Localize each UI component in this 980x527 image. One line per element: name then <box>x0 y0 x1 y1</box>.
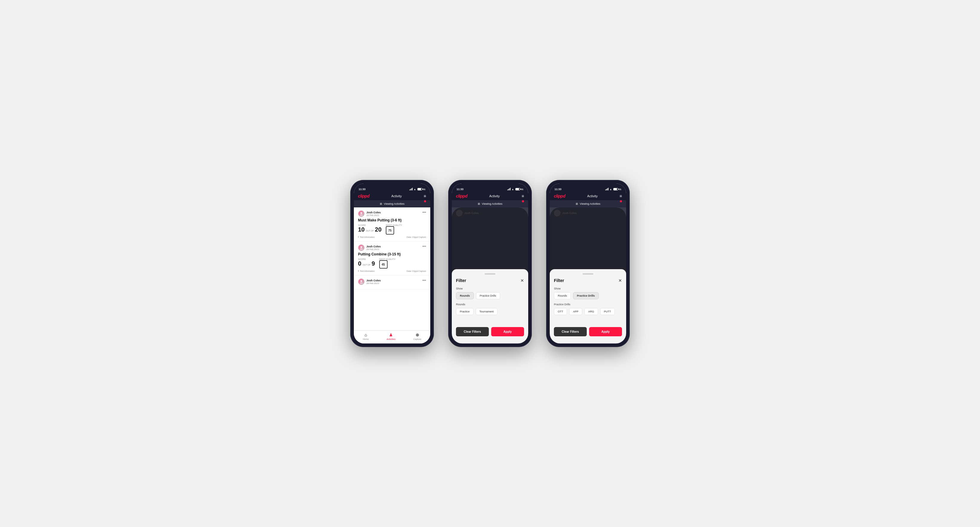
filter-icon-1: ⊞ <box>380 202 382 205</box>
filter-header-3: Filter ✕ <box>554 278 622 283</box>
tournament-btn-2[interactable]: Tournament <box>476 308 498 315</box>
card-header-2: Josh Coles 28 Feb 2023 ••• <box>358 244 426 251</box>
practice-drills-buttons-3: OTT APP ARG PUTT <box>554 308 622 315</box>
viewing-label-1: Viewing Activities <box>384 202 405 205</box>
arg-btn-3[interactable]: ARG <box>584 308 598 315</box>
battery-level-3: 31 <box>619 188 621 190</box>
logo-1: clippd <box>358 194 369 198</box>
signal-bar-2 <box>410 189 411 190</box>
show-label-3: Show <box>554 287 622 290</box>
phone-1: 11:33 ▲ 31 clippd <box>350 180 434 347</box>
sb-1 <box>508 189 508 190</box>
more-dots-2[interactable]: ••• <box>422 244 426 249</box>
logo-3: clippd <box>554 194 565 198</box>
activity-card-2: Josh Coles 28 Feb 2023 ••• Putting Combi… <box>354 241 430 275</box>
practice-round-btn-2[interactable]: Practice <box>456 308 474 315</box>
svg-point-5 <box>360 282 363 284</box>
menu-icon-2[interactable]: ≡ <box>522 194 524 198</box>
apply-btn-2[interactable]: Apply <box>491 327 524 336</box>
more-dots-3[interactable]: ••• <box>422 278 426 283</box>
viewing-bar-3[interactable]: ⊞ Viewing Activities <box>550 200 626 207</box>
shot-quality-group-2: Shot Quality 45 <box>379 258 396 268</box>
user-name-2: Josh Coles <box>366 245 381 248</box>
user-date-3: 28 Feb 2023 <box>366 282 381 285</box>
status-icons-1: ▲ 31 <box>409 188 425 191</box>
practice-drills-section-3: Practice Drills OTT APP ARG PUTT <box>554 303 622 315</box>
user-info-1: Josh Coles 28 Feb 2023 <box>358 210 381 217</box>
menu-icon-1[interactable]: ≡ <box>424 194 426 198</box>
battery-fill-3 <box>614 188 617 190</box>
avatar-3 <box>358 278 364 285</box>
time-2: 11:33 <box>457 188 463 191</box>
viewing-bar-2[interactable]: ⊞ Viewing Activities <box>452 200 528 207</box>
viewing-label-3: Viewing Activities <box>580 202 600 205</box>
ott-btn-3[interactable]: OTT <box>554 308 567 315</box>
show-section-3: Show Rounds Practice Drills <box>554 287 622 299</box>
footer-info-2: ℹ Test Information <box>358 270 375 272</box>
header-title-2: Activity <box>489 194 500 198</box>
viewing-label-2: Viewing Activities <box>482 202 503 205</box>
apply-btn-3[interactable]: Apply <box>589 327 622 336</box>
capture-label-1: Capture <box>413 338 421 340</box>
signal-bar-4 <box>412 188 413 190</box>
activity-title-1: Must Make Putting (3-6 ft) <box>358 218 426 222</box>
clear-filters-btn-3[interactable]: Clear Filters <box>554 327 587 336</box>
filter-header-2: Filter ✕ <box>456 278 524 283</box>
dynamic-island-3 <box>578 187 598 192</box>
user-details-3: Josh Coles 28 Feb 2023 <box>366 279 381 285</box>
rounds-btn-3[interactable]: Rounds <box>554 292 571 299</box>
sb3-4 <box>608 188 609 190</box>
app-btn-3[interactable]: APP <box>569 308 582 315</box>
signal-bars-3 <box>605 188 609 190</box>
nav-capture-1[interactable]: ⊕ Capture <box>413 332 421 340</box>
out-of-2: OUT OF <box>363 264 370 266</box>
battery-fill-1 <box>418 188 421 190</box>
svg-point-1 <box>360 214 363 216</box>
practice-drills-label-3: Practice Drills <box>554 303 622 306</box>
battery-level-1: 31 <box>423 188 425 190</box>
avatar-1 <box>358 210 364 217</box>
viewing-bar-1[interactable]: ⊞ Viewing Activities <box>354 200 430 207</box>
bottom-nav-1: ⌂ Home ♟ Activities ⊕ Capture <box>354 330 430 343</box>
user-date-2: 28 Feb 2023 <box>366 248 381 251</box>
score-inline-2: 0 OUT OF 9 <box>358 260 375 267</box>
rounds-buttons-2: Practice Tournament <box>456 308 524 315</box>
putt-btn-3[interactable]: PUTT <box>600 308 615 315</box>
user-name-3: Josh Coles <box>366 279 381 282</box>
phones-container: 11:33 ▲ 31 clippd <box>350 180 630 347</box>
sb-3 <box>509 188 510 190</box>
filter-modal-2: Filter ✕ Show Rounds Practice Drills <box>452 269 528 343</box>
nav-home-1[interactable]: ⌂ Home <box>363 332 369 340</box>
sb3-3 <box>607 188 608 190</box>
stats-row-2: Score 0 OUT OF 9 Shot Quality 45 <box>358 258 426 268</box>
app-header-1: clippd Activity ≡ <box>354 192 430 200</box>
svg-point-0 <box>360 212 362 214</box>
practice-drills-btn-2[interactable]: Practice Drills <box>476 292 500 299</box>
dimmed-content-2: Josh Coles Filter ✕ Show <box>452 207 528 343</box>
app-header-3: clippd Activity ≡ <box>550 192 626 200</box>
practice-drills-btn-3[interactable]: Practice Drills <box>573 292 599 299</box>
nav-activities-1[interactable]: ♟ Activities <box>387 332 396 340</box>
time-1: 11:33 <box>359 188 366 191</box>
time-3: 11:33 <box>555 188 562 191</box>
stats-row-1: Score 10 OUT OF 20 Shot Quality 75 <box>358 224 426 235</box>
clear-filters-btn-2[interactable]: Clear Filters <box>456 327 489 336</box>
signal-bar-1 <box>409 189 410 190</box>
user-details-1: Josh Coles 28 Feb 2023 <box>366 211 381 217</box>
out-of-1: OUT OF <box>366 230 374 232</box>
rounds-btn-2[interactable]: Rounds <box>456 292 474 299</box>
filter-actions-3: Clear Filters Apply <box>554 327 622 336</box>
rounds-section-2: Rounds Practice Tournament <box>456 303 524 315</box>
footer-info-1: ℹ Test Information <box>358 236 375 238</box>
close-filter-2[interactable]: ✕ <box>520 278 524 283</box>
activity-card-3: Josh Coles 28 Feb 2023 ••• <box>354 275 430 289</box>
wifi-icon-3: ▲ <box>609 188 612 191</box>
shot-quality-label-2: Shot Quality <box>379 258 396 260</box>
avatar-2 <box>358 244 364 251</box>
close-filter-3[interactable]: ✕ <box>619 278 622 283</box>
show-label-2: Show <box>456 287 524 290</box>
svg-point-2 <box>360 246 362 248</box>
menu-icon-3[interactable]: ≡ <box>620 194 622 198</box>
more-dots-1[interactable]: ••• <box>422 210 426 214</box>
sb-4 <box>510 188 511 190</box>
